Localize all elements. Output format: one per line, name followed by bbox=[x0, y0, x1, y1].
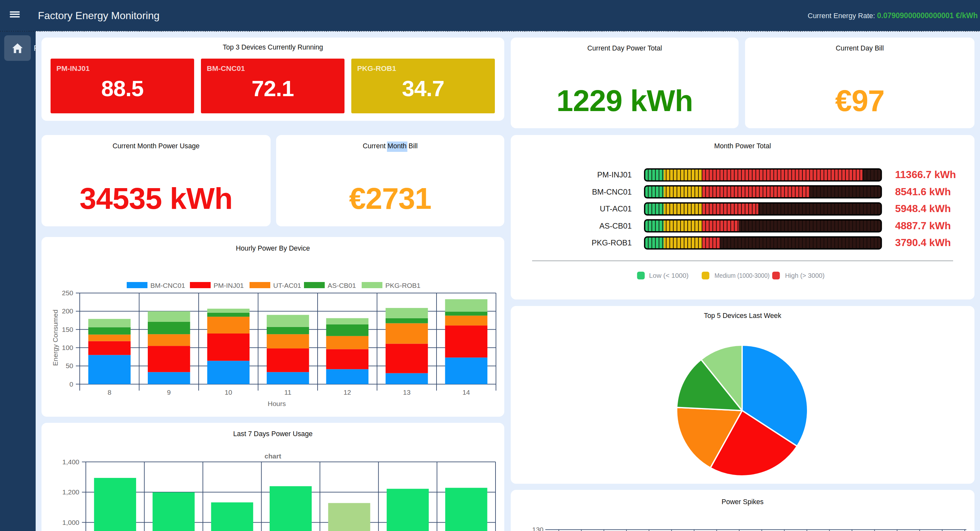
svg-text:3790.4 kWh: 3790.4 kWh bbox=[895, 237, 951, 249]
svg-text:250: 250 bbox=[62, 289, 73, 296]
svg-text:200: 200 bbox=[62, 307, 73, 315]
svg-text:UT-AC01: UT-AC01 bbox=[273, 282, 301, 289]
svg-text:11366.7 kWh: 11366.7 kWh bbox=[895, 169, 956, 181]
svg-text:14: 14 bbox=[463, 388, 470, 396]
svg-text:Energy Consumed: Energy Consumed bbox=[51, 309, 59, 366]
svg-text:UT-AC01: UT-AC01 bbox=[600, 204, 632, 213]
svg-text:BM-CNC01: BM-CNC01 bbox=[592, 187, 632, 196]
svg-text:150: 150 bbox=[62, 326, 73, 333]
svg-text:chart: chart bbox=[264, 452, 281, 460]
svg-text:4887.7 kWh: 4887.7 kWh bbox=[895, 220, 951, 231]
svg-text:10: 10 bbox=[224, 388, 232, 396]
svg-text:0: 0 bbox=[69, 380, 73, 388]
svg-text:100: 100 bbox=[62, 344, 73, 351]
svg-text:Hourly Power By Device: Hourly Power By Device bbox=[236, 244, 310, 252]
svg-text:Last 7 Days Power Usage: Last 7 Days Power Usage bbox=[233, 430, 313, 438]
svg-text:1,200: 1,200 bbox=[62, 488, 80, 496]
svg-text:50: 50 bbox=[66, 362, 73, 369]
svg-text:AS-CB01: AS-CB01 bbox=[599, 222, 632, 230]
svg-text:PM-INJ01: PM-INJ01 bbox=[597, 171, 632, 179]
svg-text:Power Spikes: Power Spikes bbox=[722, 498, 764, 506]
svg-text:PM-INJ01: PM-INJ01 bbox=[213, 282, 244, 289]
svg-text:130: 130 bbox=[532, 526, 544, 531]
svg-text:BM-CNC01: BM-CNC01 bbox=[150, 282, 185, 289]
svg-text:PKG-ROB1: PKG-ROB1 bbox=[592, 239, 632, 247]
svg-text:11: 11 bbox=[284, 388, 291, 396]
svg-text:12: 12 bbox=[344, 388, 351, 396]
svg-text:Top 5 Devices Last Week: Top 5 Devices Last Week bbox=[704, 312, 781, 320]
svg-text:1,400: 1,400 bbox=[62, 458, 80, 466]
svg-text:5948.4 kWh: 5948.4 kWh bbox=[895, 203, 951, 215]
svg-text:Medium (1000-3000): Medium (1000-3000) bbox=[714, 272, 770, 279]
svg-text:PKG-ROB1: PKG-ROB1 bbox=[385, 282, 420, 289]
svg-text:8: 8 bbox=[108, 388, 111, 396]
svg-text:Hours: Hours bbox=[268, 400, 286, 407]
svg-text:13: 13 bbox=[403, 388, 410, 396]
svg-text:Month Power Total: Month Power Total bbox=[714, 142, 771, 150]
svg-text:8541.6 kWh: 8541.6 kWh bbox=[895, 186, 951, 198]
svg-text:Low (< 1000): Low (< 1000) bbox=[649, 272, 689, 279]
svg-text:AS-CB01: AS-CB01 bbox=[328, 282, 356, 289]
svg-text:9: 9 bbox=[167, 388, 171, 396]
svg-text:High (> 3000): High (> 3000) bbox=[785, 272, 824, 279]
svg-text:1,000: 1,000 bbox=[62, 519, 80, 526]
